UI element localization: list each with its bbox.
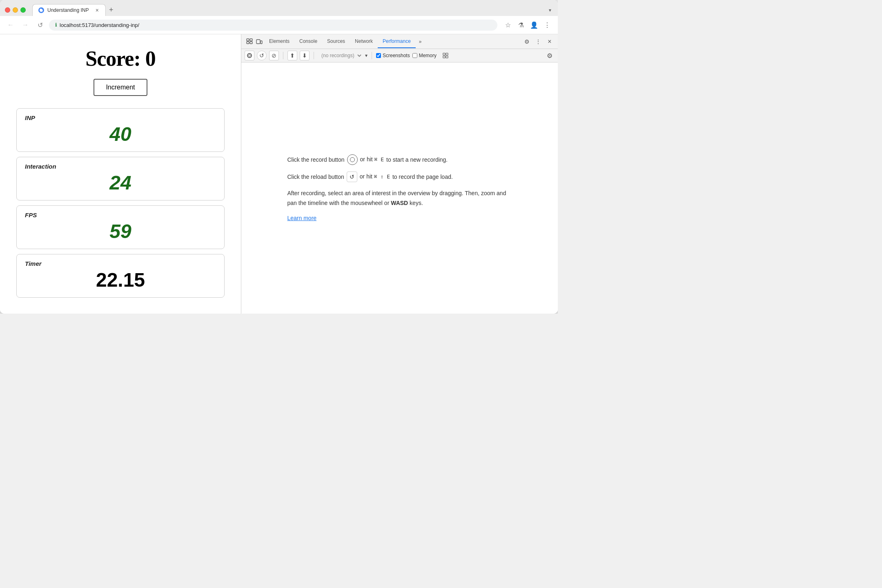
devtools-instructions: Click the record button or hit ⌘ E to st… [287, 154, 512, 222]
performance-settings-icon[interactable]: ⚙ [545, 51, 555, 60]
toolbar-separator [283, 52, 283, 59]
devtools-more-icon[interactable]: ⋮ [533, 37, 543, 47]
performance-tab[interactable]: Performance [378, 35, 416, 48]
increment-button[interactable]: Increment [94, 79, 147, 96]
fps-value: 59 [25, 222, 216, 241]
network-tab[interactable]: Network [350, 35, 378, 48]
performance-empty-state: Click the record button or hit ⌘ E to st… [241, 62, 558, 314]
svg-rect-9 [443, 56, 445, 58]
secure-icon: ℹ [55, 22, 57, 28]
inspect-element-icon[interactable] [245, 37, 254, 47]
reload-shortcut-kbd: ⌘ ⇧ E [374, 174, 390, 180]
score-label: Score: [85, 47, 140, 70]
reload-record-button[interactable]: ↺ [257, 51, 267, 60]
devtools-action-icons: ⚙ ⋮ × [522, 37, 555, 47]
inp-label: INP [25, 114, 216, 121]
tab-list-chevron-icon[interactable]: ▾ [547, 6, 553, 15]
active-tab[interactable]: Understanding INP × [32, 4, 106, 16]
fps-label: FPS [25, 212, 216, 218]
interaction-value: 24 [25, 173, 216, 193]
close-button[interactable] [5, 7, 10, 13]
memory-checkbox[interactable] [412, 53, 417, 58]
record-button[interactable] [245, 51, 254, 60]
timer-metric-card: Timer 22.15 [16, 254, 225, 298]
more-menu-icon[interactable]: ⋮ [541, 19, 553, 31]
inp-value: 40 [25, 125, 216, 144]
maximize-button[interactable] [20, 7, 26, 13]
forward-button[interactable]: → [20, 19, 31, 31]
devtools-tabs-toolbar: Elements Console Sources Network Perform… [241, 34, 558, 49]
download-profile-button[interactable]: ⬇ [300, 51, 310, 60]
capture-settings-icon[interactable] [441, 51, 450, 60]
svg-rect-6 [261, 41, 262, 44]
memory-checkbox-group[interactable]: Memory [412, 53, 437, 58]
address-input[interactable]: ℹ localhost:5173/understanding-inp/ [49, 20, 497, 31]
recordings-select[interactable]: (no recordings) [318, 51, 363, 60]
browser-toolbar-icons: ☆ ⚗ 👤 ⋮ [502, 19, 553, 31]
profile-icon[interactable]: 👤 [528, 19, 540, 31]
tab-favicon [38, 7, 44, 13]
tab-close-button[interactable]: × [95, 7, 100, 13]
svg-rect-1 [247, 39, 249, 41]
reload-button-icon: ↺ [347, 172, 357, 182]
reload-instruction-text: Click the reload button [287, 172, 344, 181]
svg-rect-5 [256, 40, 260, 44]
record-suffix-text: to start a new recording. [386, 155, 448, 164]
devtools-settings-icon[interactable]: ⚙ [522, 37, 532, 47]
wasd-text: WASD [391, 200, 408, 206]
recording-description: After recording, select an area of inter… [287, 189, 512, 208]
record-shortcut-text: or hit ⌘ E [360, 155, 384, 164]
clear-button[interactable]: ⊘ [269, 51, 279, 60]
timer-label: Timer [25, 260, 216, 267]
reload-instruction-line: Click the reload button ↺ or hit ⌘ ⇧ E t… [287, 172, 512, 182]
svg-rect-7 [443, 53, 445, 55]
main-content: Score: 0 Increment INP 40 Interaction 24… [0, 34, 558, 314]
upload-profile-button[interactable]: ⬆ [287, 51, 297, 60]
score-display: Score: 0 [16, 47, 225, 71]
record-button-icon [347, 154, 358, 165]
toolbar-separator-2 [314, 52, 314, 59]
timer-value: 22.15 [25, 270, 216, 290]
device-toolbar-icon[interactable] [254, 37, 264, 47]
traffic-lights [5, 7, 26, 13]
svg-rect-3 [247, 42, 249, 44]
interaction-metric-card: Interaction 24 [16, 157, 225, 200]
devtools-close-icon[interactable]: × [545, 37, 555, 47]
svg-rect-2 [250, 39, 252, 41]
screenshots-checkbox[interactable] [376, 53, 381, 58]
fps-metric-card: FPS 59 [16, 205, 225, 249]
interaction-label: Interaction [25, 163, 216, 170]
screenshots-label: Screenshots [383, 53, 410, 58]
recordings-dropdown-arrow[interactable]: ▾ [365, 53, 368, 58]
screenshots-checkbox-group[interactable]: Screenshots [376, 53, 410, 58]
title-bar: Understanding INP × + ▾ [0, 0, 558, 16]
reload-shortcut-text: or hit ⌘ ⇧ E [360, 172, 390, 181]
svg-rect-4 [250, 42, 252, 44]
devtools-panel: Elements Console Sources Network Perform… [241, 34, 558, 314]
reload-suffix-text: to record the page load. [392, 172, 453, 181]
minimize-button[interactable] [13, 7, 18, 13]
svg-rect-8 [446, 53, 448, 55]
score-value: 0 [145, 47, 156, 70]
performance-toolbar: ↺ ⊘ ⬆ ⬇ (no recordings) [241, 49, 558, 62]
toolbar-separator-3 [372, 52, 372, 59]
tab-title: Understanding INP [47, 7, 91, 13]
record-instruction-text: Click the record button [287, 155, 345, 164]
description-suffix: keys. [410, 200, 423, 206]
console-tab[interactable]: Console [294, 35, 322, 48]
bookmark-icon[interactable]: ☆ [502, 19, 514, 31]
back-button[interactable]: ← [5, 19, 16, 31]
refresh-button[interactable]: ↺ [34, 19, 46, 31]
address-bar: ← → ↺ ℹ localhost:5173/understanding-inp… [0, 16, 558, 34]
tab-controls: ▾ [547, 6, 553, 15]
webpage-content: Score: 0 Increment INP 40 Interaction 24… [0, 34, 241, 314]
new-tab-button[interactable]: + [106, 6, 117, 14]
more-tabs-button[interactable]: » [416, 36, 425, 48]
elements-tab[interactable]: Elements [264, 35, 294, 48]
experiments-icon[interactable]: ⚗ [515, 19, 527, 31]
inp-metric-card: INP 40 [16, 108, 225, 152]
sources-tab[interactable]: Sources [322, 35, 350, 48]
record-shortcut-kbd: ⌘ E [374, 156, 384, 163]
learn-more-link[interactable]: Learn more [287, 215, 317, 221]
svg-rect-10 [446, 56, 448, 58]
